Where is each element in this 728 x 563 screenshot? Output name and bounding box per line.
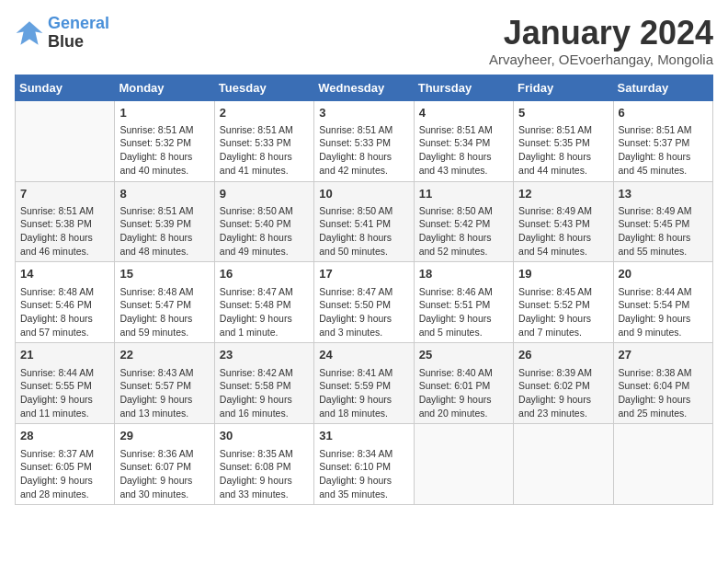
calendar-cell: 14Sunrise: 8:48 AM Sunset: 5:46 PM Dayli… bbox=[16, 262, 115, 343]
calendar-cell: 27Sunrise: 8:38 AM Sunset: 6:04 PM Dayli… bbox=[613, 343, 712, 424]
calendar-cell: 18Sunrise: 8:46 AM Sunset: 5:51 PM Dayli… bbox=[414, 262, 513, 343]
day-info: Sunrise: 8:50 AM Sunset: 5:41 PM Dayligh… bbox=[319, 204, 408, 259]
calendar-cell: 25Sunrise: 8:40 AM Sunset: 6:01 PM Dayli… bbox=[414, 343, 513, 424]
day-number: 14 bbox=[20, 266, 109, 282]
calendar-cell: 31Sunrise: 8:34 AM Sunset: 6:10 PM Dayli… bbox=[314, 424, 414, 505]
calendar-cell: 9Sunrise: 8:50 AM Sunset: 5:40 PM Daylig… bbox=[214, 181, 313, 262]
calendar-cell: 4Sunrise: 8:51 AM Sunset: 5:34 PM Daylig… bbox=[414, 100, 513, 181]
calendar-cell: 23Sunrise: 8:42 AM Sunset: 5:58 PM Dayli… bbox=[214, 343, 313, 424]
day-info: Sunrise: 8:42 AM Sunset: 5:58 PM Dayligh… bbox=[220, 366, 309, 420]
day-info: Sunrise: 8:51 AM Sunset: 5:33 PM Dayligh… bbox=[319, 123, 408, 178]
day-number: 10 bbox=[319, 186, 408, 202]
day-number: 6 bbox=[619, 105, 708, 121]
day-number: 12 bbox=[518, 186, 608, 202]
day-info: Sunrise: 8:50 AM Sunset: 5:42 PM Dayligh… bbox=[419, 204, 508, 259]
day-number: 28 bbox=[20, 428, 109, 444]
calendar-cell: 5Sunrise: 8:51 AM Sunset: 5:35 PM Daylig… bbox=[514, 100, 613, 181]
calendar-cell: 7Sunrise: 8:51 AM Sunset: 5:38 PM Daylig… bbox=[16, 181, 115, 262]
day-number: 3 bbox=[319, 105, 408, 121]
day-number: 27 bbox=[619, 347, 708, 363]
calendar-cell: 16Sunrise: 8:47 AM Sunset: 5:48 PM Dayli… bbox=[214, 262, 313, 343]
calendar-cell: 20Sunrise: 8:44 AM Sunset: 5:54 PM Dayli… bbox=[613, 262, 712, 343]
day-header-thursday: Thursday bbox=[414, 75, 513, 100]
page-header: General Blue January 2024 Arvayheer, OEv… bbox=[15, 15, 713, 67]
day-number: 16 bbox=[220, 266, 309, 282]
day-info: Sunrise: 8:40 AM Sunset: 6:01 PM Dayligh… bbox=[419, 366, 508, 420]
day-number: 31 bbox=[319, 428, 408, 444]
day-info: Sunrise: 8:51 AM Sunset: 5:39 PM Dayligh… bbox=[119, 204, 209, 259]
day-number: 7 bbox=[20, 186, 109, 202]
day-info: Sunrise: 8:51 AM Sunset: 5:35 PM Dayligh… bbox=[518, 123, 608, 178]
location-subtitle: Arvayheer, OEvoerhangay, Mongolia bbox=[489, 52, 713, 67]
day-info: Sunrise: 8:37 AM Sunset: 6:05 PM Dayligh… bbox=[20, 447, 109, 501]
day-number: 13 bbox=[619, 186, 708, 202]
calendar-cell: 1Sunrise: 8:51 AM Sunset: 5:32 PM Daylig… bbox=[115, 100, 214, 181]
day-number: 24 bbox=[319, 347, 408, 363]
day-number: 23 bbox=[220, 347, 309, 363]
day-header-friday: Friday bbox=[514, 75, 613, 100]
day-number: 4 bbox=[419, 105, 508, 121]
day-info: Sunrise: 8:51 AM Sunset: 5:38 PM Dayligh… bbox=[20, 204, 109, 259]
day-number: 25 bbox=[419, 347, 508, 363]
calendar-cell bbox=[613, 424, 712, 505]
calendar-table: SundayMondayTuesdayWednesdayThursdayFrid… bbox=[15, 75, 713, 506]
day-info: Sunrise: 8:34 AM Sunset: 6:10 PM Dayligh… bbox=[319, 447, 408, 501]
day-header-wednesday: Wednesday bbox=[314, 75, 414, 100]
month-title: January 2024 bbox=[489, 15, 713, 52]
calendar-cell: 12Sunrise: 8:49 AM Sunset: 5:43 PM Dayli… bbox=[514, 181, 613, 262]
calendar-cell: 17Sunrise: 8:47 AM Sunset: 5:50 PM Dayli… bbox=[314, 262, 414, 343]
day-info: Sunrise: 8:35 AM Sunset: 6:08 PM Dayligh… bbox=[220, 447, 309, 501]
logo-icon bbox=[15, 18, 44, 48]
day-number: 30 bbox=[220, 428, 309, 444]
title-block: January 2024 Arvayheer, OEvoerhangay, Mo… bbox=[489, 15, 713, 67]
day-number: 2 bbox=[220, 105, 309, 121]
logo: General Blue bbox=[15, 15, 109, 52]
day-number: 15 bbox=[119, 266, 209, 282]
day-info: Sunrise: 8:50 AM Sunset: 5:40 PM Dayligh… bbox=[220, 204, 309, 259]
calendar-cell: 11Sunrise: 8:50 AM Sunset: 5:42 PM Dayli… bbox=[414, 181, 513, 262]
day-info: Sunrise: 8:49 AM Sunset: 5:45 PM Dayligh… bbox=[619, 204, 708, 259]
calendar-week-row: 14Sunrise: 8:48 AM Sunset: 5:46 PM Dayli… bbox=[16, 262, 713, 343]
calendar-cell: 21Sunrise: 8:44 AM Sunset: 5:55 PM Dayli… bbox=[16, 343, 115, 424]
day-info: Sunrise: 8:47 AM Sunset: 5:48 PM Dayligh… bbox=[220, 285, 309, 339]
day-number: 26 bbox=[518, 347, 608, 363]
calendar-week-row: 1Sunrise: 8:51 AM Sunset: 5:32 PM Daylig… bbox=[16, 100, 713, 181]
day-info: Sunrise: 8:44 AM Sunset: 5:55 PM Dayligh… bbox=[20, 366, 109, 420]
calendar-week-row: 28Sunrise: 8:37 AM Sunset: 6:05 PM Dayli… bbox=[16, 424, 713, 505]
calendar-cell: 8Sunrise: 8:51 AM Sunset: 5:39 PM Daylig… bbox=[115, 181, 214, 262]
calendar-cell: 30Sunrise: 8:35 AM Sunset: 6:08 PM Dayli… bbox=[214, 424, 313, 505]
calendar-cell: 15Sunrise: 8:48 AM Sunset: 5:47 PM Dayli… bbox=[115, 262, 214, 343]
day-info: Sunrise: 8:51 AM Sunset: 5:32 PM Dayligh… bbox=[119, 123, 209, 178]
calendar-cell: 29Sunrise: 8:36 AM Sunset: 6:07 PM Dayli… bbox=[115, 424, 214, 505]
day-info: Sunrise: 8:38 AM Sunset: 6:04 PM Dayligh… bbox=[619, 366, 708, 420]
day-info: Sunrise: 8:48 AM Sunset: 5:47 PM Dayligh… bbox=[119, 285, 209, 339]
calendar-header-row: SundayMondayTuesdayWednesdayThursdayFrid… bbox=[16, 75, 713, 100]
calendar-cell bbox=[414, 424, 513, 505]
day-info: Sunrise: 8:45 AM Sunset: 5:52 PM Dayligh… bbox=[518, 285, 608, 339]
day-number: 19 bbox=[518, 266, 608, 282]
day-info: Sunrise: 8:43 AM Sunset: 5:57 PM Dayligh… bbox=[119, 366, 209, 420]
day-number: 11 bbox=[419, 186, 508, 202]
calendar-week-row: 7Sunrise: 8:51 AM Sunset: 5:38 PM Daylig… bbox=[16, 181, 713, 262]
day-info: Sunrise: 8:51 AM Sunset: 5:37 PM Dayligh… bbox=[619, 123, 708, 178]
day-info: Sunrise: 8:49 AM Sunset: 5:43 PM Dayligh… bbox=[518, 204, 608, 259]
calendar-cell: 3Sunrise: 8:51 AM Sunset: 5:33 PM Daylig… bbox=[314, 100, 414, 181]
day-info: Sunrise: 8:47 AM Sunset: 5:50 PM Dayligh… bbox=[319, 285, 408, 339]
calendar-cell: 28Sunrise: 8:37 AM Sunset: 6:05 PM Dayli… bbox=[16, 424, 115, 505]
day-number: 5 bbox=[518, 105, 608, 121]
day-number: 9 bbox=[220, 186, 309, 202]
day-info: Sunrise: 8:51 AM Sunset: 5:34 PM Dayligh… bbox=[419, 123, 508, 178]
day-header-monday: Monday bbox=[115, 75, 214, 100]
day-number: 8 bbox=[119, 186, 209, 202]
day-header-sunday: Sunday bbox=[16, 75, 115, 100]
day-number: 22 bbox=[119, 347, 209, 363]
logo-text: General Blue bbox=[48, 15, 109, 52]
calendar-cell: 6Sunrise: 8:51 AM Sunset: 5:37 PM Daylig… bbox=[613, 100, 712, 181]
day-info: Sunrise: 8:36 AM Sunset: 6:07 PM Dayligh… bbox=[119, 447, 209, 501]
calendar-cell: 10Sunrise: 8:50 AM Sunset: 5:41 PM Dayli… bbox=[314, 181, 414, 262]
day-header-saturday: Saturday bbox=[613, 75, 712, 100]
day-number: 17 bbox=[319, 266, 408, 282]
day-number: 20 bbox=[619, 266, 708, 282]
calendar-cell: 2Sunrise: 8:51 AM Sunset: 5:33 PM Daylig… bbox=[214, 100, 313, 181]
day-info: Sunrise: 8:46 AM Sunset: 5:51 PM Dayligh… bbox=[419, 285, 508, 339]
